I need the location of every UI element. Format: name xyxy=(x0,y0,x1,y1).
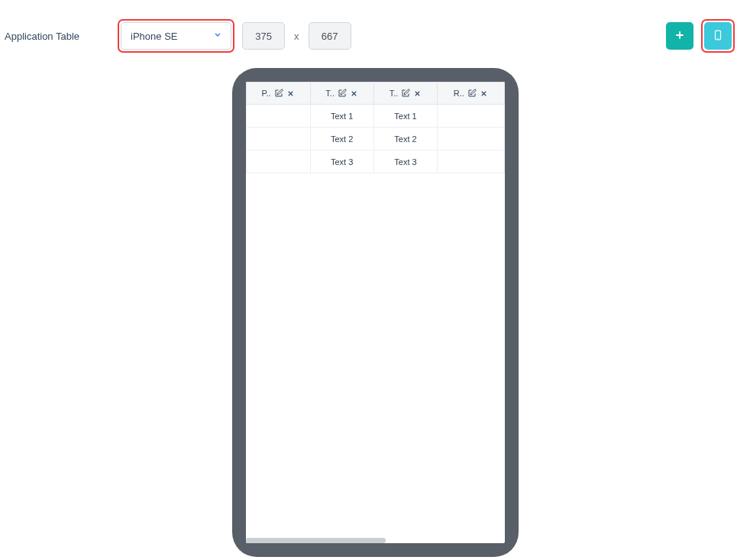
device-screen: P.. T.. T.. xyxy=(246,82,505,543)
column-header[interactable]: P.. xyxy=(246,83,310,105)
device-select[interactable]: iPhone SE xyxy=(121,22,231,50)
dimension-separator: x xyxy=(293,31,301,42)
table-cell[interactable] xyxy=(246,105,310,128)
table-cell[interactable] xyxy=(246,151,310,173)
table-cell[interactable]: Text 2 xyxy=(373,128,437,151)
edit-icon[interactable] xyxy=(274,89,283,98)
table-cell[interactable]: Text 3 xyxy=(373,151,437,173)
mobile-preview-button[interactable] xyxy=(704,22,732,50)
close-icon[interactable] xyxy=(413,89,422,98)
column-label: R.. xyxy=(454,89,464,98)
column-label: T.. xyxy=(390,89,399,98)
table-cell[interactable]: Text 1 xyxy=(373,105,437,128)
horizontal-scrollbar[interactable] xyxy=(246,538,386,543)
edit-icon[interactable] xyxy=(401,89,410,98)
device-frame: P.. T.. T.. xyxy=(232,68,519,557)
height-input[interactable] xyxy=(309,22,351,50)
column-label: P.. xyxy=(261,89,270,98)
application-table: P.. T.. T.. xyxy=(246,82,505,173)
column-header[interactable]: T.. xyxy=(373,83,437,105)
table-cell[interactable] xyxy=(438,105,504,128)
close-icon[interactable] xyxy=(350,89,358,98)
device-select-highlight: iPhone SE xyxy=(118,19,234,53)
edit-icon[interactable] xyxy=(467,89,477,98)
table-cell[interactable]: Text 2 xyxy=(310,128,373,151)
add-button[interactable] xyxy=(666,22,693,50)
table-header-row: P.. T.. T.. xyxy=(246,83,504,105)
table-cell[interactable]: Text 3 xyxy=(310,151,373,173)
page-title: Application Table xyxy=(5,31,79,42)
mobile-icon xyxy=(713,28,723,44)
close-icon[interactable] xyxy=(480,89,488,98)
table-row: Text 1 Text 1 xyxy=(246,105,504,128)
mobile-toggle-highlight xyxy=(701,19,735,53)
close-icon[interactable] xyxy=(286,89,295,98)
column-label: T.. xyxy=(325,89,335,98)
table-cell[interactable] xyxy=(438,151,504,173)
table-row: Text 2 Text 2 xyxy=(246,128,504,151)
table-cell[interactable] xyxy=(246,128,310,151)
width-input[interactable] xyxy=(242,22,285,50)
column-header[interactable]: T.. xyxy=(310,83,373,105)
table-row: Text 3 Text 3 xyxy=(246,151,504,173)
plus-icon xyxy=(674,29,686,44)
toolbar: Application Table iPhone SE x xyxy=(0,0,750,68)
table-cell[interactable]: Text 1 xyxy=(310,105,373,128)
table-cell[interactable] xyxy=(438,128,504,151)
edit-icon[interactable] xyxy=(338,89,347,98)
column-header[interactable]: R.. xyxy=(438,83,504,105)
